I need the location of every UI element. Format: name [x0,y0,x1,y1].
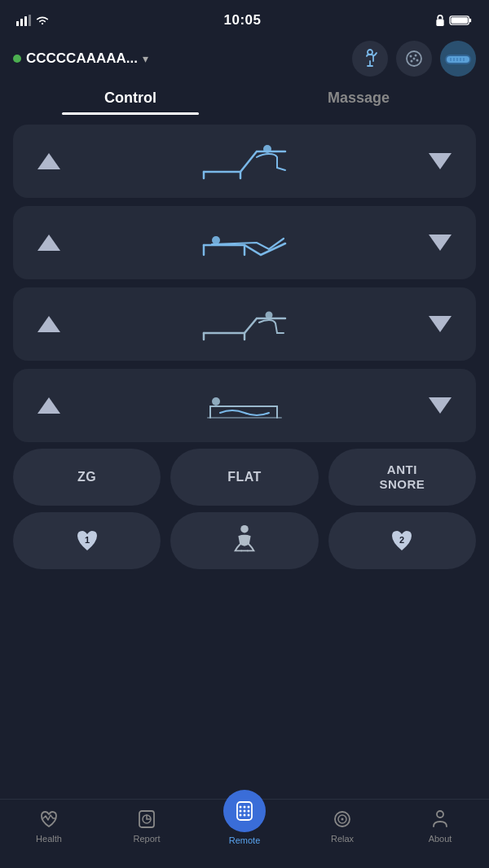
row2-up-button[interactable] [33,226,65,259]
relax-nav-label: Relax [331,834,354,844]
svg-rect-16 [447,56,469,63]
bed-icon-2 [65,221,424,265]
status-right [435,15,473,26]
device-button[interactable] [440,41,476,77]
status-left [16,15,50,26]
meditation-icon [230,524,259,557]
svg-point-36 [244,810,246,813]
svg-point-44 [437,811,443,818]
svg-point-25 [212,397,220,406]
bed-flat-wave-icon [196,384,293,428]
svg-point-12 [416,59,419,62]
bed-recline-1-icon [196,139,293,184]
about-nav-label: About [429,834,452,844]
svg-point-23 [212,236,220,244]
svg-point-37 [248,810,250,813]
person-wave-icon [359,48,381,69]
svg-point-22 [263,145,271,153]
svg-rect-2 [24,16,27,26]
row1-down-button[interactable] [424,145,456,178]
tab-control[interactable]: Control [16,81,244,115]
svg-point-40 [248,814,250,817]
health-nav-label: Health [36,834,62,844]
header: CCCCCAAAAA... ▾ [0,36,489,81]
svg-point-10 [410,55,412,58]
svg-rect-4 [436,19,443,25]
header-icons [352,41,476,77]
up-arrow-icon [37,153,60,169]
svg-rect-3 [29,15,31,26]
memory2-button[interactable]: 2 [328,512,476,569]
svg-rect-7 [451,17,468,23]
nav-report[interactable]: Report [98,808,196,844]
settings-icon [403,48,425,69]
remote-nav-label: Remote [229,835,261,845]
meditation-button[interactable] [170,512,318,569]
bed-icon-3 [65,302,424,347]
row1-up-button[interactable] [33,145,65,178]
relax-nav-icon [331,808,354,831]
zg-button[interactable]: ZG [13,449,161,506]
nav-about[interactable]: About [391,808,489,844]
up-arrow-icon [37,316,60,332]
antisnore-button[interactable]: ANTISNORE [328,449,476,506]
row4-down-button[interactable] [424,389,456,422]
row2-down-button[interactable] [424,226,456,259]
remote-nav-icon [233,800,256,822]
preset-row: ZG FLAT ANTISNORE [0,449,489,506]
nav-health[interactable]: Health [0,808,98,844]
tab-massage[interactable]: Massage [244,81,473,115]
controls-area [0,125,489,442]
svg-point-35 [240,810,242,813]
up-arrow-icon [37,235,60,251]
memory1-button[interactable]: 1 [13,512,161,569]
remote-nav-circle [223,790,266,832]
svg-point-11 [415,55,417,57]
row3-down-button[interactable] [424,308,456,340]
svg-point-34 [248,806,250,809]
row3-up-button[interactable] [33,308,65,340]
person-wave-button[interactable] [352,41,388,77]
row4-up-button[interactable] [33,389,65,422]
control-row-3[interactable] [13,287,476,361]
battery-icon [450,15,473,26]
down-arrow-icon [429,153,452,169]
control-row-1[interactable] [13,125,476,198]
svg-point-38 [240,814,242,817]
status-bar: 10:05 [0,0,489,36]
settings-button[interactable] [396,41,432,77]
svg-point-24 [266,311,273,318]
connection-dot [13,55,21,63]
device-label: CCCCCAAAAA... [26,50,138,67]
heart1-icon: 1 [71,524,104,557]
down-arrow-icon [429,235,452,251]
device-icon [444,50,472,68]
svg-point-8 [368,50,372,55]
down-arrow-icon [429,316,452,332]
nav-relax[interactable]: Relax [293,808,391,844]
svg-point-13 [411,60,413,63]
svg-point-27 [240,525,249,533]
memory-row: 1 2 [0,512,489,569]
svg-point-39 [244,814,246,817]
bed-icon-4 [65,384,424,428]
bed-recline-2-icon [196,221,293,265]
about-nav-icon [429,808,452,831]
device-name-row[interactable]: CCCCCAAAAA... ▾ [13,50,344,67]
down-arrow-icon [429,397,452,414]
svg-rect-6 [469,18,471,22]
nav-remote[interactable]: Remote [196,801,293,845]
svg-point-33 [244,806,246,809]
svg-text:1: 1 [85,535,90,545]
svg-point-43 [341,818,344,821]
bed-icon-1 [65,139,424,184]
report-nav-icon [135,808,158,831]
control-row-2[interactable] [13,206,476,279]
svg-rect-1 [20,19,23,26]
lock-icon [435,15,445,26]
chevron-icon: ▾ [143,52,148,65]
flat-button[interactable]: FLAT [170,449,318,506]
bed-recline-3-icon [196,302,293,347]
signal-icon [16,15,31,26]
control-row-4[interactable] [13,369,476,442]
